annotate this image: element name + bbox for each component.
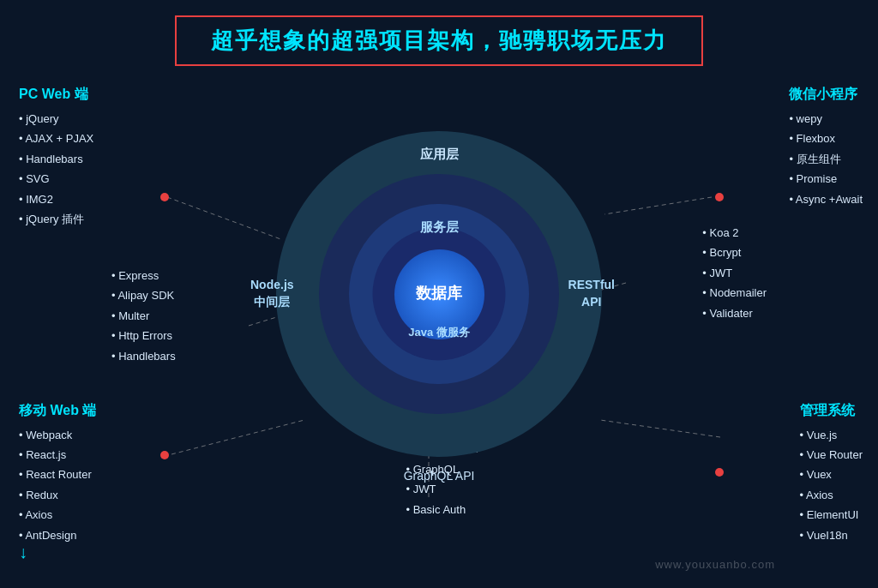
restful-layer-label: RESTfulAPI <box>568 277 615 310</box>
dot-pc-web <box>160 193 169 201</box>
mid-right-list: Koa 2BcryptJWTNodemailerValidater <box>702 223 767 323</box>
list-item: VueI18n <box>800 525 863 545</box>
list-item: Basic Auth <box>406 500 480 519</box>
wechat-title: 微信小程序 <box>789 86 863 104</box>
list-item: Alipay SDK <box>111 285 176 305</box>
list-item: jQuery <box>19 109 93 129</box>
list-item: Axios <box>19 505 96 525</box>
circle-app-layer: 数据库 Java 微服务 服务层 Node.js中间层 RESTfulAPI 应… <box>276 131 602 457</box>
dot-mobile <box>160 451 169 459</box>
list-item: Handlebars <box>111 346 176 366</box>
list-item: SVG <box>19 169 93 189</box>
wechat-list: wepyFlexbox原生组件PromiseAsync +Await <box>789 109 863 209</box>
graphql-label: GraphQL API <box>404 469 475 483</box>
app-layer-label: 应用层 <box>420 147 459 163</box>
pc-web-list: jQueryAJAX + PJAXHandlebarsSVGIMG2jQuery… <box>19 109 93 229</box>
database-label: 数据库 <box>416 284 462 303</box>
svg-line-0 <box>167 197 283 240</box>
list-item: AJAX + PJAX <box>19 129 93 148</box>
dot-admin <box>715 468 724 477</box>
section-mid-right: Koa 2BcryptJWTNodemailerValidater <box>702 223 767 323</box>
nodejs-layer-label: Node.js中间层 <box>250 277 294 310</box>
list-item: jQuery 插件 <box>19 209 93 229</box>
list-item: Nodemailer <box>702 283 767 303</box>
list-item: React Router <box>19 465 96 484</box>
circle-java-layer: 数据库 Java 微服务 <box>373 228 506 361</box>
list-item: AntDesign <box>19 525 96 545</box>
section-mid-left: ExpressAlipay SDKMulterHttp ErrorsHandle… <box>111 266 176 366</box>
list-item: Axios <box>800 485 863 505</box>
list-item: 原生组件 <box>789 149 863 169</box>
list-item: Handlebars <box>19 149 93 169</box>
circle-service-layer: 数据库 Java 微服务 服务层 <box>349 204 529 384</box>
list-item: Bcrypt <box>702 243 767 262</box>
list-item: Flexbox <box>789 129 863 148</box>
section-admin: 管理系统 Vue.jsVue RouterVuexAxiosElementUIV… <box>800 402 863 545</box>
title-box: 超乎想象的超强项目架构，驰骋职场无压力 <box>175 15 703 66</box>
list-item: Redux <box>19 485 96 505</box>
list-item: Multer <box>111 306 176 326</box>
dot-wechat <box>715 193 724 201</box>
svg-line-1 <box>604 197 712 214</box>
section-pc-web: PC Web 端 jQueryAJAX + PJAXHandlebarsSVGI… <box>19 86 93 229</box>
arrow-down-icon: ↓ <box>19 543 27 562</box>
circle-nodejs-layer: 数据库 Java 微服务 服务层 Node.js中间层 RESTfulAPI <box>319 174 559 414</box>
admin-list: Vue.jsVue RouterVuexAxiosElementUIVueI18… <box>800 425 863 545</box>
list-item: Vue Router <box>800 445 863 465</box>
watermark: www.youxuanbo.com <box>655 558 775 571</box>
list-item: Koa 2 <box>702 223 767 243</box>
list-item: wepy <box>789 109 863 129</box>
list-item: Async +Await <box>789 189 863 209</box>
admin-title: 管理系统 <box>800 402 863 420</box>
mid-left-list: ExpressAlipay SDKMulterHttp ErrorsHandle… <box>111 266 176 366</box>
section-mobile-web: 移动 Web 端 WebpackReact.jsReact RouterRedu… <box>19 402 96 545</box>
list-item: Validater <box>702 303 767 323</box>
svg-line-3 <box>600 420 720 437</box>
list-item: IMG2 <box>19 189 93 209</box>
mobile-web-list: WebpackReact.jsReact RouterReduxAxiosAnt… <box>19 425 96 545</box>
list-item: Webpack <box>19 425 96 445</box>
mobile-web-title: 移动 Web 端 <box>19 402 96 420</box>
list-item: ElementUI <box>800 505 863 525</box>
list-item: Express <box>111 266 176 285</box>
list-item: Promise <box>789 169 863 189</box>
svg-line-2 <box>171 420 304 454</box>
section-wechat: 微信小程序 wepyFlexbox原生组件PromiseAsync +Await <box>789 86 863 209</box>
list-item: Vue.js <box>800 425 863 445</box>
list-item: Http Errors <box>111 326 176 345</box>
list-item: Vuex <box>800 465 863 484</box>
list-item: JWT <box>702 263 767 283</box>
main-title: 超乎想象的超强项目架构，驰骋职场无压力 <box>211 27 667 53</box>
pc-web-title: PC Web 端 <box>19 86 93 104</box>
list-item: React.js <box>19 445 96 465</box>
circle-database-core: 数据库 <box>394 249 484 339</box>
